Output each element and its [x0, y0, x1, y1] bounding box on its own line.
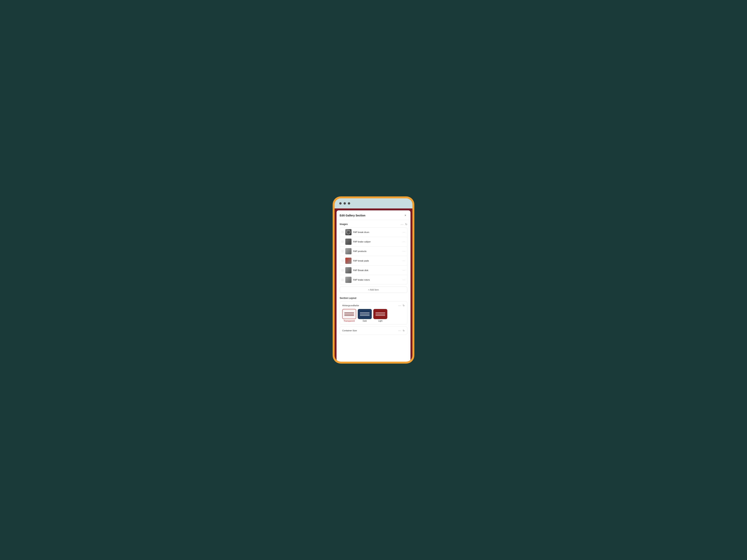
item-name: FAP brake caliper — [353, 241, 401, 243]
item-more-icon[interactable]: ··· — [403, 231, 405, 234]
item-more-icon[interactable]: ··· — [403, 278, 405, 281]
background-color-section: Hintergrundfarbe ··· ↻ — [340, 301, 407, 324]
light-swatch[interactable] — [373, 309, 387, 319]
bg-section-label: Hintergrundfarbe — [342, 304, 359, 306]
drag-handle[interactable] — [342, 250, 344, 252]
dialog-body: Images ··· ↻ — [337, 220, 410, 362]
list-item: FAP brake rotors ··· — [340, 275, 407, 285]
list-item: FAP break pads ··· — [340, 256, 407, 266]
bg-refresh-icon[interactable]: ↻ — [403, 304, 405, 307]
drag-handle[interactable] — [342, 269, 344, 271]
color-option-transparent[interactable]: Transparent — [342, 309, 356, 322]
container-refresh-icon[interactable]: ↻ — [403, 329, 405, 332]
drag-handle[interactable] — [342, 260, 344, 262]
dialog-header: Edit Gallery Section × — [337, 210, 410, 220]
item-name: FAP products — [353, 250, 401, 252]
phone-screen: Edit Gallery Section × Images ··· ↻ — [335, 209, 412, 362]
section-layout-label: Section Layout — [340, 297, 407, 299]
item-more-icon[interactable]: ··· — [403, 250, 405, 252]
container-size-header: Container Size ··· ↻ — [342, 329, 405, 332]
item-thumbnail — [345, 239, 352, 245]
light-label: Light — [378, 320, 382, 322]
transparent-label: Transparent — [343, 320, 355, 322]
color-option-light[interactable]: Light — [373, 309, 387, 322]
dialog-title: Edit Gallery Section — [340, 214, 365, 217]
bg-more-icon[interactable]: ··· — [398, 304, 401, 307]
phone-dot-1 — [339, 202, 342, 205]
item-more-icon[interactable]: ··· — [403, 259, 405, 262]
dark-swatch[interactable] — [358, 309, 372, 319]
images-refresh-icon[interactable]: ↻ — [405, 223, 407, 226]
container-size-section: Container Size ··· ↻ — [340, 326, 407, 335]
phone-frame: Edit Gallery Section × Images ··· ↻ — [333, 196, 414, 364]
bg-section-actions: ··· ↻ — [398, 304, 405, 307]
item-thumbnail — [345, 229, 352, 235]
item-more-icon[interactable]: ··· — [403, 240, 405, 243]
item-thumbnail — [345, 277, 352, 283]
item-thumbnail — [345, 248, 352, 254]
drag-handle[interactable] — [342, 231, 344, 233]
container-size-label: Container Size — [342, 329, 357, 332]
drag-handle[interactable] — [342, 279, 344, 281]
item-thumbnail — [345, 267, 352, 273]
list-item: FAP brake caliper ··· — [340, 237, 407, 246]
images-more-icon[interactable]: ··· — [401, 223, 404, 226]
phone-dot-2 — [343, 202, 346, 205]
images-label: Images — [340, 223, 347, 225]
images-actions: ··· ↻ — [401, 223, 407, 226]
close-button[interactable]: × — [404, 213, 407, 217]
item-name: FAP break pads — [353, 260, 401, 262]
phone-top-bar — [335, 198, 412, 209]
container-size-actions: ··· ↻ — [398, 329, 405, 332]
transparent-swatch[interactable] — [342, 309, 356, 319]
bg-section-header: Hintergrundfarbe ··· ↻ — [342, 304, 405, 307]
add-item-button[interactable]: + Add item — [340, 287, 407, 293]
list-item: FAP Break disk ··· — [340, 266, 407, 275]
drag-handle[interactable] — [342, 241, 344, 243]
phone-dot-3 — [348, 202, 350, 205]
item-thumbnail — [345, 258, 352, 264]
item-name: FAP break drum — [353, 231, 401, 233]
color-option-dark[interactable]: Dark — [358, 309, 372, 322]
list-item: FAP break drum ··· — [340, 228, 407, 237]
item-more-icon[interactable]: ··· — [403, 269, 405, 272]
edit-gallery-dialog: Edit Gallery Section × Images ··· ↻ — [337, 210, 410, 362]
item-name: FAP Break disk — [353, 269, 401, 271]
container-more-icon[interactable]: ··· — [398, 329, 401, 332]
list-item: FAP products ··· — [340, 246, 407, 256]
images-section-header: Images ··· ↻ — [340, 223, 407, 226]
color-options: Transparent Dark — [342, 309, 405, 322]
item-name: FAP brake rotors — [353, 278, 401, 281]
dark-label: Dark — [363, 320, 367, 322]
images-list: FAP break drum ··· FAP brake caliper — [340, 227, 407, 285]
